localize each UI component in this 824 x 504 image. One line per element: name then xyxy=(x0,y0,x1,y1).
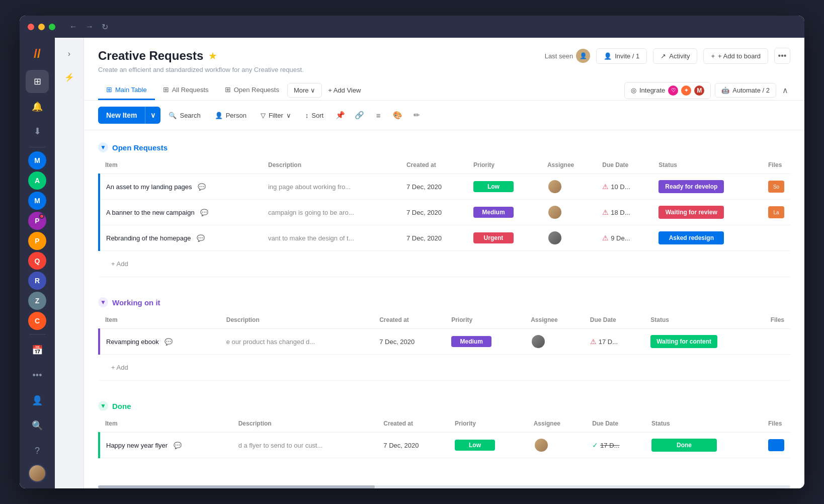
tab-main-table[interactable]: ⊞ Main Table xyxy=(98,80,155,100)
link-button[interactable]: 🔗 xyxy=(351,107,368,124)
sidebar-avatar-R[interactable]: R xyxy=(28,272,46,290)
person-filter-button[interactable]: 👤 Person xyxy=(209,108,253,123)
row-priority-cell[interactable]: Low xyxy=(467,174,541,200)
table-row[interactable]: Happy new year flyer 💬 d a flyer to send… xyxy=(99,433,790,458)
add-row-2[interactable]: + Add xyxy=(99,355,790,381)
row-status-cell[interactable]: Asked redesign xyxy=(652,225,762,251)
sidebar-item-search[interactable]: 🔍 xyxy=(26,414,49,437)
row-priority-cell[interactable]: Medium xyxy=(467,200,541,225)
sidebar-avatar-C[interactable]: C xyxy=(28,312,46,330)
tab-open-requests[interactable]: ⊞ Open Requests xyxy=(217,80,287,100)
add-view-button[interactable]: + Add View xyxy=(322,83,367,97)
add-row-cell-2: + Add xyxy=(99,355,790,381)
add-row-btn-2[interactable]: + Add xyxy=(105,360,784,375)
comment-icon-5: 💬 xyxy=(174,442,182,449)
row-status-cell[interactable]: Ready for develop xyxy=(652,174,762,200)
row-priority-cell[interactable]: Urgent xyxy=(467,225,541,251)
sidebar-item-inbox[interactable]: ⬇ xyxy=(26,120,49,143)
table-row[interactable]: Revamping ebook 💬 e our product has chan… xyxy=(99,329,790,355)
row-status-cell[interactable]: Waiting for content xyxy=(644,329,764,355)
row-status-cell[interactable]: Waiting for review xyxy=(652,200,762,225)
filter-button[interactable]: ▽ Filter ∨ xyxy=(255,108,297,123)
add-row[interactable]: + Add xyxy=(99,251,790,277)
activity-button[interactable]: ↗ Activity xyxy=(653,48,697,64)
row-name-cell: Revamping ebook 💬 xyxy=(99,329,220,355)
status-badge-5: Done xyxy=(651,439,717,452)
close-button[interactable] xyxy=(28,24,34,30)
file-indicator-1: So xyxy=(768,181,784,193)
minimize-button[interactable] xyxy=(38,24,45,30)
chevron-down-icon: ▼ xyxy=(100,144,106,151)
chevron-right-icon: › xyxy=(68,49,70,58)
tab-all-requests[interactable]: ⊞ All Requests xyxy=(155,80,217,100)
sidebar-item-more[interactable]: ••• xyxy=(26,364,49,387)
add-row-btn[interactable]: + Add xyxy=(105,256,784,272)
row-status-cell[interactable]: Done xyxy=(645,433,762,458)
forward-button[interactable]: → xyxy=(84,21,96,33)
sidebar-avatar-Q[interactable]: Q xyxy=(28,252,46,270)
table-row[interactable]: A banner to the new campaign 💬 campaign … xyxy=(99,200,790,225)
group-chevron-done[interactable]: ▼ xyxy=(98,401,108,411)
maximize-button[interactable] xyxy=(49,24,55,30)
group-title-working[interactable]: Working on it xyxy=(112,298,160,307)
pencil-icon: ✏ xyxy=(414,111,420,120)
col-priority-2: Priority xyxy=(445,311,525,329)
group-title-open[interactable]: Open Requests xyxy=(112,143,168,152)
sidebar-item-invite[interactable]: 👤 xyxy=(26,389,49,412)
refresh-button[interactable]: ↻ xyxy=(100,21,110,33)
integrate-button[interactable]: ◎ Integrate ♡ ✦ M xyxy=(624,82,711,99)
sidebar-avatar-M2[interactable]: M xyxy=(28,192,46,210)
assignee-avatar-4 xyxy=(531,334,546,349)
more-views-button[interactable]: More ∨ xyxy=(287,83,322,98)
row-priority-cell[interactable]: Medium xyxy=(445,329,525,355)
file-indicator-5 xyxy=(768,439,784,451)
invite-button[interactable]: 👤 Invite / 1 xyxy=(596,48,647,64)
pin-button[interactable]: 📌 xyxy=(332,107,349,124)
scrollbar-thumb[interactable] xyxy=(98,485,375,488)
comment-icon-1: 💬 xyxy=(198,183,206,191)
color-button[interactable]: 🎨 xyxy=(389,107,406,124)
filter-chevron-icon: ∨ xyxy=(286,112,291,119)
secondary-collapse-btn[interactable]: › xyxy=(59,44,79,64)
collapse-icon[interactable]: ∧ xyxy=(780,83,790,97)
sidebar-avatar-M[interactable]: M xyxy=(28,151,46,170)
edit-button[interactable]: ✏ xyxy=(408,107,425,124)
open-requests-body: An asset to my landing pages 💬 ing page … xyxy=(99,174,790,277)
sidebar-item-help[interactable]: ? xyxy=(26,439,49,462)
sidebar-item-notifications[interactable]: 🔔 xyxy=(26,95,49,118)
new-item-chevron-icon[interactable]: ∨ xyxy=(145,107,160,124)
table-row[interactable]: An asset to my landing pages 💬 ing page … xyxy=(99,174,790,200)
app-logo[interactable]: // xyxy=(27,44,47,64)
horizontal-scrollbar[interactable] xyxy=(98,485,790,488)
assignee-avatar-1 xyxy=(547,179,562,194)
row-height-button[interactable]: ≡ xyxy=(370,107,387,124)
secondary-star-btn[interactable]: ⚡ xyxy=(59,67,79,87)
group-chevron-open[interactable]: ▼ xyxy=(98,142,108,152)
search-button[interactable]: 🔍 Search xyxy=(162,108,206,123)
integration-icon-3: M xyxy=(694,86,704,96)
row-priority-cell[interactable]: Low xyxy=(449,433,528,458)
current-user-avatar[interactable] xyxy=(28,464,46,482)
sidebar-item-home[interactable]: ⊞ xyxy=(26,70,49,93)
row-name-cell: A banner to the new campaign 💬 xyxy=(99,200,262,225)
sidebar-avatar-A[interactable]: A xyxy=(28,172,46,190)
sidebar-item-calendar[interactable]: 📅 xyxy=(26,339,49,362)
sort-button[interactable]: ↕ Sort xyxy=(299,108,329,123)
table-row[interactable]: Rebranding of the homepage 💬 vant to mak… xyxy=(99,225,790,251)
back-button[interactable]: ← xyxy=(67,21,79,33)
header-more-button[interactable]: ••• xyxy=(774,48,790,64)
integration-icon-2: ✦ xyxy=(681,86,691,96)
sidebar-avatar-P2[interactable]: P xyxy=(28,232,46,250)
new-item-button[interactable]: New Item ∨ xyxy=(98,107,160,124)
help-icon: ? xyxy=(35,446,40,456)
add-to-board-button[interactable]: + + Add to board xyxy=(703,48,768,64)
sidebar-avatar-Z[interactable]: Z xyxy=(28,292,46,310)
favorite-star-icon[interactable]: ★ xyxy=(208,50,217,62)
done-body: Happy new year flyer 💬 d a flyer to send… xyxy=(99,433,790,458)
automate-button[interactable]: 🤖 Automate / 2 xyxy=(715,83,776,98)
done-icon: ✓ xyxy=(592,441,598,449)
table-content: ▼ Open Requests Item Description Created… xyxy=(84,130,804,485)
group-chevron-working[interactable]: ▼ xyxy=(98,297,108,307)
group-title-done[interactable]: Done xyxy=(112,402,131,410)
col-assignee: Assignee xyxy=(541,156,596,174)
